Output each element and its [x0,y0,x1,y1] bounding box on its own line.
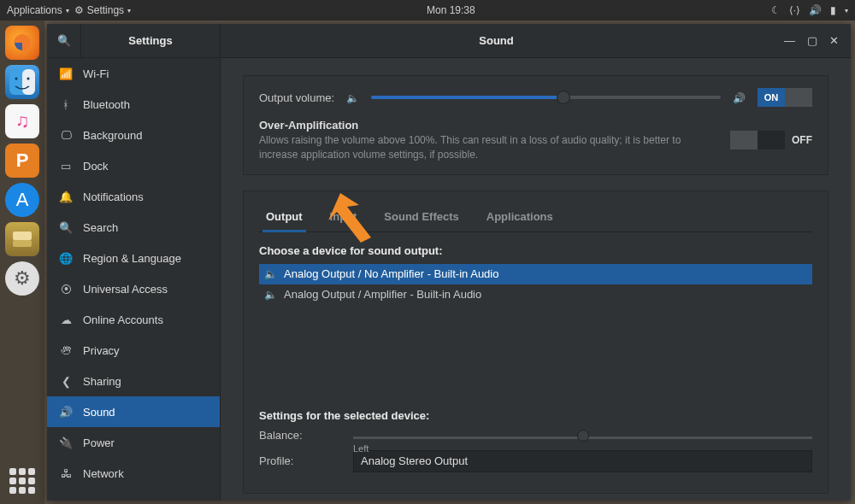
wifi-icon: 📶 [59,67,73,80]
tab-input[interactable]: Input [327,203,361,231]
output-volume-slider[interactable] [371,96,721,99]
sidebar-search-button[interactable]: 🔍 [47,24,81,57]
launcher-dock: ♫ P A ⚙ [0,21,44,504]
launcher-show-apps[interactable] [9,468,35,494]
balance-left-label: Left [353,443,369,454]
window-maximize[interactable]: ▢ [807,34,817,47]
window-titlebar: 🔍 Settings Sound — ▢ ✕ [47,24,851,58]
svg-rect-2 [22,69,35,95]
page-title: Sound [221,24,772,57]
sidebar-item-dock[interactable]: ▭Dock [47,150,220,181]
sidebar-item-region[interactable]: 🌐Region & Language [47,243,220,273]
bluetooth-icon: ᚼ [59,98,73,111]
launcher-appstore[interactable]: A [5,183,39,217]
background-icon: 🖵 [59,129,73,142]
overamp-toggle[interactable] [730,131,785,149]
sound-devices-panel: Output Input Sound Effects Applications … [243,190,828,494]
sidebar-item-privacy[interactable]: 🖑Privacy [47,335,220,366]
speaker-icon: 🔈 [264,289,277,301]
cloud-icon: ☁ [59,314,73,326]
volume-status-icon[interactable]: 🔊 [809,4,822,16]
night-light-icon[interactable]: ☾ [771,4,781,16]
launcher-pages[interactable]: P [5,144,39,178]
svg-rect-5 [13,240,32,247]
speaker-icon: 🔈 [264,268,277,280]
output-device-row[interactable]: 🔈 Analog Output / No Amplifier - Built-i… [259,264,812,284]
system-menu-icon[interactable]: ▾ [845,7,848,15]
svg-point-3 [15,78,18,80]
output-volume-panel: Output volume: ON Over-Amplification [243,75,828,175]
speaker-high-icon [733,91,746,104]
sidebar-item-network[interactable]: 🖧Network [47,458,220,489]
launcher-finder[interactable] [5,65,39,99]
svg-point-4 [27,78,30,80]
sound-panel: Output volume: ON Over-Amplification [221,58,851,501]
battery-status-icon[interactable]: ▮ [830,4,836,16]
output-device-list: 🔈 Analog Output / No Amplifier - Built-i… [259,264,812,392]
accessibility-icon: ⦿ [59,283,73,296]
window-minimize[interactable]: — [784,34,795,47]
tab-sound-effects[interactable]: Sound Effects [380,203,462,231]
power-icon: 🔌 [59,437,73,449]
tab-applications[interactable]: Applications [483,203,557,231]
settings-menu[interactable]: ⚙ Settings▾ [74,4,131,16]
settings-indicator-icon: ⚙ [74,4,84,16]
dock-icon: ▭ [59,160,73,173]
output-device-row[interactable]: 🔈 Analog Output / Amplifier - Built-in A… [259,284,812,305]
panel-clock[interactable]: Mon 19:38 [131,4,771,16]
output-mute-toggle[interactable]: ON [758,88,812,107]
sidebar-item-online-accounts[interactable]: ☁Online Accounts [47,304,220,335]
network-icon: 🖧 [59,467,73,480]
tab-output[interactable]: Output [262,203,306,232]
profile-select[interactable]: Analog Stereo Output [353,450,812,472]
applications-menu[interactable]: Applications▾ [7,4,69,16]
balance-label: Balance: [259,429,353,442]
sidebar-item-universal-access[interactable]: ⦿Universal Access [47,273,220,304]
bell-icon: 🔔 [59,190,73,203]
sidebar-item-devices[interactable]: 🖴Devices› [47,489,220,501]
speaker-low-icon [346,91,359,104]
chevron-right-icon: › [204,498,208,501]
overamp-title: Over-Amplification [259,119,718,132]
sidebar-item-sharing[interactable]: ❮Sharing [47,366,220,396]
privacy-icon: 🖑 [59,344,73,357]
sidebar-item-sound[interactable]: 🔊Sound [47,396,220,427]
network-status-icon[interactable]: ⟨·⟩ [789,4,800,16]
search-icon: 🔍 [59,221,73,234]
launcher-settings[interactable]: ⚙ [5,261,39,296]
settings-sidebar: 📶Wi-Fi ᚼBluetooth 🖵Background ▭Dock 🔔Not… [47,58,221,501]
launcher-music[interactable]: ♫ [5,104,39,138]
launcher-firefox[interactable] [5,26,39,60]
balance-slider[interactable]: Left [353,431,812,439]
profile-label: Profile: [259,454,353,467]
share-icon: ❮ [59,375,73,388]
svg-rect-6 [13,231,32,240]
sidebar-item-search[interactable]: 🔍Search [47,212,220,243]
overamp-description: Allows raising the volume above 100%. Th… [259,133,718,162]
sidebar-item-background[interactable]: 🖵Background [47,120,220,150]
overamp-off-label: OFF [792,134,812,146]
search-icon: 🔍 [57,34,71,47]
speaker-icon: 🔊 [59,406,73,419]
devices-icon: 🖴 [59,498,73,501]
globe-icon: 🌐 [59,252,73,265]
sidebar-item-bluetooth[interactable]: ᚼBluetooth [47,89,220,120]
selected-device-settings-label: Settings for the selected device: [259,409,812,422]
sidebar-item-wifi[interactable]: 📶Wi-Fi [47,58,220,89]
settings-window: 🔍 Settings Sound — ▢ ✕ 📶Wi-Fi ᚼBluetooth… [47,24,851,501]
window-close[interactable]: ✕ [829,34,839,47]
launcher-disk[interactable] [5,222,39,256]
choose-device-label: Choose a device for sound output: [259,244,812,257]
output-volume-label: Output volume: [259,91,334,104]
sidebar-item-notifications[interactable]: 🔔Notifications [47,181,220,212]
sidebar-title: Settings [81,24,221,57]
sound-tabs: Output Input Sound Effects Applications [259,203,812,232]
top-panel: Applications▾ ⚙ Settings▾ Mon 19:38 ☾ ⟨·… [0,0,855,21]
sidebar-item-power[interactable]: 🔌Power [47,427,220,458]
